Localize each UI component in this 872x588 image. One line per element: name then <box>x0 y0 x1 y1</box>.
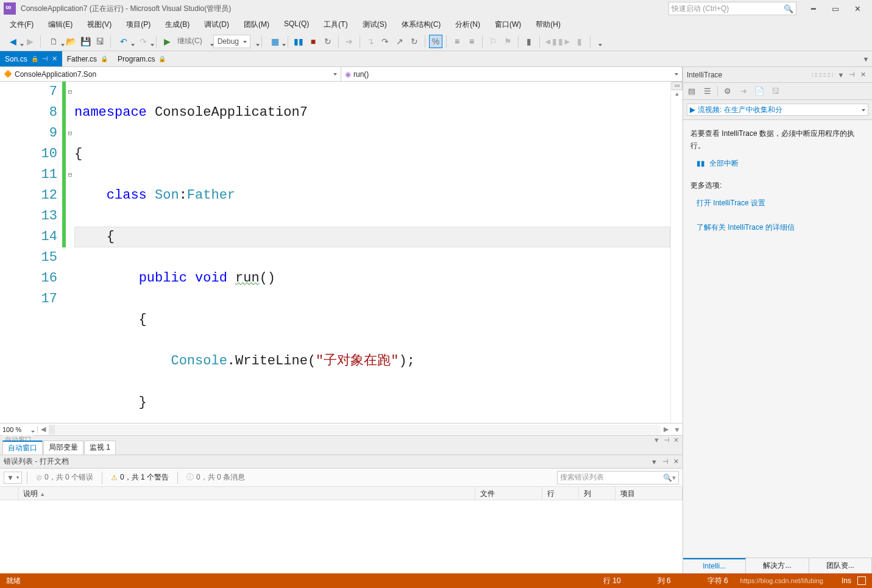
open-file-button[interactable]: 📂 <box>64 35 77 48</box>
menu-analyze[interactable]: 分析(N) <box>448 17 487 32</box>
scroll-down-icon[interactable]: ▼ <box>672 426 682 433</box>
status-resize-grip[interactable] <box>857 576 866 585</box>
menu-file[interactable]: 文件(F) <box>2 17 41 32</box>
process-button[interactable]: ▦ <box>266 35 284 48</box>
menu-project[interactable]: 项目(P) <box>119 17 158 32</box>
menu-team[interactable]: 团队(M) <box>236 17 277 32</box>
minimize-button[interactable]: ━ <box>803 1 824 16</box>
menu-arch[interactable]: 体系结构(C) <box>394 17 448 32</box>
forward-button[interactable]: ➜ <box>737 85 750 97</box>
filter-button[interactable]: ▼▾ <box>4 472 22 484</box>
step-next-button[interactable]: ➔ <box>342 35 356 48</box>
tab-son-cs[interactable]: Son.cs 🔒 ⊣ ✕ <box>0 51 62 66</box>
member-nav-combo[interactable]: ◉ run() <box>341 67 682 81</box>
close-tab-icon[interactable]: ✕ <box>52 55 57 63</box>
bookmark-button[interactable]: ▮ <box>522 35 536 48</box>
hist-button[interactable]: ▮ <box>573 35 586 48</box>
horizontal-scrollbar[interactable] <box>49 425 661 434</box>
col-project[interactable]: 项目 <box>615 487 682 500</box>
menu-test[interactable]: 测试(S) <box>355 17 394 32</box>
close-button[interactable]: ✕ <box>846 1 868 16</box>
redo-button[interactable]: ↷ <box>134 35 152 48</box>
save-button[interactable]: 💾 <box>79 35 92 48</box>
learn-more-link[interactable]: 了解有关 IntelliTrace 的详细信 <box>697 223 795 232</box>
comment-button[interactable]: ≡ <box>450 35 464 48</box>
hist-forward-button[interactable]: ▮► <box>558 35 572 48</box>
col-icon[interactable] <box>0 487 18 500</box>
error-search-input[interactable]: 搜索错误列表 🔍▾ <box>557 471 679 484</box>
scroll-right-icon[interactable]: ▶ <box>661 425 672 433</box>
breakpoints-button[interactable]: ⚑ <box>501 35 514 48</box>
intellitrace-toggle-button[interactable]: % <box>429 35 442 48</box>
autos-tab[interactable]: 自动窗口 <box>2 441 43 455</box>
pin-icon[interactable]: ⊣ <box>42 55 48 63</box>
scroll-left-icon[interactable]: ◀ <box>38 425 49 433</box>
col-column[interactable]: 列 <box>579 487 615 500</box>
col-description[interactable]: 说明 ▲ <box>18 487 475 500</box>
step-into-button[interactable]: ↴ <box>364 35 377 48</box>
intellitrace-tab[interactable]: Intelli... <box>683 558 746 573</box>
uncomment-button[interactable]: ≡ <box>465 35 478 48</box>
panel-close-button[interactable]: ✕ <box>673 458 679 466</box>
panel-pin-button[interactable]: ⊣ <box>846 71 857 79</box>
panel-dropdown-button[interactable]: ▼ <box>835 71 846 79</box>
col-file[interactable]: 文件 <box>475 487 542 500</box>
tab-program-cs[interactable]: Program.cs 🔒 <box>113 51 171 66</box>
menu-view[interactable]: 视图(V) <box>80 17 119 32</box>
config-combo[interactable]: Debug <box>213 35 250 48</box>
tree-view-button[interactable]: ☰ <box>701 85 714 97</box>
code-editor[interactable]: 7 8 9 10 11 12 13 14 15 16 17 <box>0 82 682 423</box>
step-button[interactable]: ↻ <box>408 35 421 48</box>
panel-pin-button[interactable]: ⊣ <box>662 458 668 466</box>
tab-dropdown-button[interactable]: ▼ <box>860 51 872 67</box>
open-settings-link[interactable]: 打开 IntelliTrace 设置 <box>697 199 765 207</box>
menu-edit[interactable]: 编辑(E) <box>41 17 80 32</box>
panel-dropdown-button[interactable]: ▼ <box>651 458 658 466</box>
nav-forward-button[interactable]: ▶ <box>23 35 37 48</box>
menu-window[interactable]: 窗口(W) <box>487 17 528 32</box>
error-list-body[interactable] <box>0 500 682 573</box>
break-all-link[interactable]: 全部中断 <box>709 159 739 168</box>
watch1-tab[interactable]: 监视 1 <box>84 441 116 455</box>
nav-back-button[interactable]: ◀ <box>4 35 22 48</box>
restart-button[interactable]: ↻ <box>321 35 335 48</box>
errors-toggle[interactable]: ⊘0，共 0 个错误 <box>32 471 97 484</box>
toolbar-overflow[interactable] <box>594 35 600 48</box>
undo-button[interactable]: ↶ <box>115 35 133 48</box>
vertical-scrollbar[interactable]: ▭ ▲ <box>670 82 682 423</box>
step-out-button[interactable]: ↗ <box>393 35 406 48</box>
list-view-button[interactable]: ▤ <box>686 85 698 97</box>
step-over-button[interactable]: ↷ <box>378 35 392 48</box>
panel-pin-button[interactable]: ⊣ <box>664 436 670 444</box>
locals-tab[interactable]: 局部变量 <box>43 441 83 455</box>
open-log-button[interactable]: 📄 <box>753 85 765 97</box>
save-log-button[interactable]: 🖫 <box>769 85 781 97</box>
maximize-button[interactable]: ▭ <box>824 1 846 16</box>
menu-tools[interactable]: 工具(T) <box>316 17 355 32</box>
menu-debug[interactable]: 调试(D) <box>197 17 236 32</box>
type-nav-combo[interactable]: 🔶 ConsoleApplication7.Son <box>0 67 341 81</box>
stop-button[interactable]: ■ <box>307 35 320 48</box>
col-line[interactable]: 行 <box>542 487 579 500</box>
warnings-toggle[interactable]: ⚠0，共 1 个警告 <box>107 471 172 484</box>
threads-button[interactable]: ⚐ <box>486 35 500 48</box>
platform-dropdown[interactable] <box>252 35 258 48</box>
solution-explorer-tab[interactable]: 解决方... <box>746 558 809 573</box>
hist-back-button[interactable]: ◄▮ <box>544 35 557 48</box>
save-all-button[interactable]: 🖫 <box>93 35 107 48</box>
panel-dropdown-button[interactable]: ▼ <box>653 436 660 444</box>
new-project-button[interactable]: 🗋 <box>44 35 63 48</box>
settings-button[interactable]: ⚙ <box>721 85 734 97</box>
messages-toggle[interactable]: ⓘ0，共 0 条消息 <box>183 471 249 484</box>
menu-sql[interactable]: SQL(Q) <box>277 17 316 32</box>
continue-label[interactable]: 继续(C) <box>175 36 205 46</box>
fold-gutter[interactable] <box>66 82 74 423</box>
menu-build[interactable]: 生成(B) <box>158 17 197 32</box>
panel-close-button[interactable]: ✕ <box>857 71 868 79</box>
stream-video-combo[interactable]: ▶ 流视频: 在生产中收集和分 <box>687 104 868 116</box>
continue-dropdown[interactable] <box>206 35 212 48</box>
code-content[interactable]: namespace ConsoleApplication7 { class So… <box>74 82 670 423</box>
team-explorer-tab[interactable]: 团队资... <box>809 558 872 573</box>
pause-button[interactable]: ▮▮ <box>292 35 305 48</box>
zoom-combo[interactable]: 100 % <box>0 426 38 433</box>
